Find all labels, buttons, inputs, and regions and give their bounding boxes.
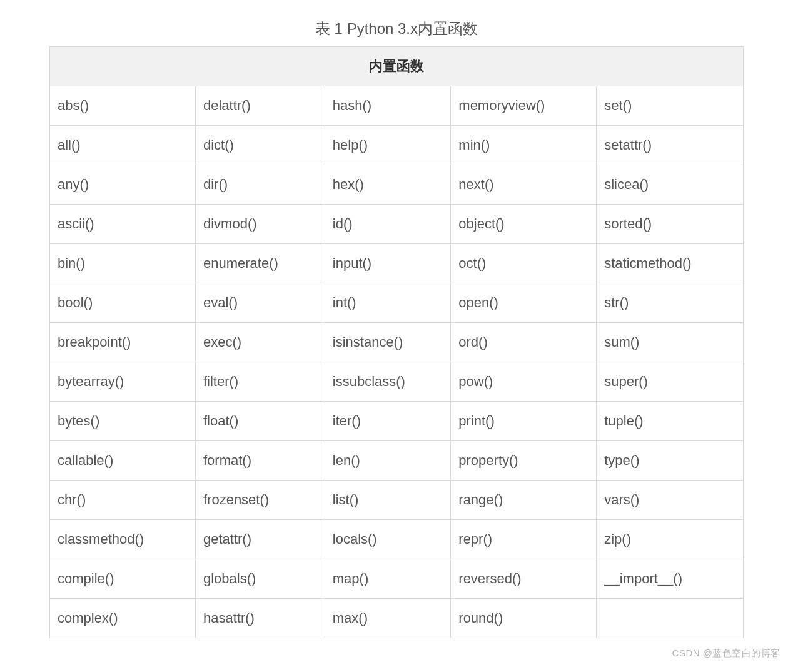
table-cell: iter()	[325, 402, 451, 441]
table-cell: eval()	[195, 283, 325, 323]
table-row: chr()frozenset()list()range()vars()	[50, 481, 744, 520]
table-cell: dir()	[195, 165, 325, 205]
table-cell: divmod()	[195, 205, 325, 244]
table-cell: sorted()	[597, 205, 744, 244]
table-cell: __import__()	[597, 559, 744, 599]
table-cell: filter()	[195, 362, 325, 402]
table-cell: dict()	[195, 126, 325, 165]
table-cell: all()	[50, 126, 196, 165]
table-cell: ord()	[451, 323, 597, 362]
table-row: abs()delattr()hash()memoryview()set()	[50, 86, 744, 126]
table-cell: float()	[195, 402, 325, 441]
table-header: 内置函数	[50, 47, 744, 86]
table-cell: list()	[325, 481, 451, 520]
table-cell: setattr()	[597, 126, 744, 165]
table-cell: len()	[325, 441, 451, 481]
table-cell: frozenset()	[195, 481, 325, 520]
table-cell: vars()	[597, 481, 744, 520]
table-cell: type()	[597, 441, 744, 481]
table-cell: max()	[325, 599, 451, 638]
table-cell: issubclass()	[325, 362, 451, 402]
table-cell: pow()	[451, 362, 597, 402]
table-row: bin()enumerate()input()oct()staticmethod…	[50, 244, 744, 283]
table-cell: range()	[451, 481, 597, 520]
table-cell: chr()	[50, 481, 196, 520]
table-cell: round()	[451, 599, 597, 638]
table-cell: map()	[325, 559, 451, 599]
table-cell: exec()	[195, 323, 325, 362]
table-cell: bytearray()	[50, 362, 196, 402]
table-row: compile()globals()map()reversed()__impor…	[50, 559, 744, 599]
table-cell: delattr()	[195, 86, 325, 126]
table-row: bytes()float()iter()print()tuple()	[50, 402, 744, 441]
table-cell	[597, 599, 744, 638]
table-cell: property()	[451, 441, 597, 481]
table-cell: open()	[451, 283, 597, 323]
table-cell: bytes()	[50, 402, 196, 441]
table-cell: complex()	[50, 599, 196, 638]
table-row: bool()eval()int()open()str()	[50, 283, 744, 323]
table-cell: zip()	[597, 520, 744, 559]
table-cell: object()	[451, 205, 597, 244]
table-cell: reversed()	[451, 559, 597, 599]
table-cell: slicea()	[597, 165, 744, 205]
table-cell: hasattr()	[195, 599, 325, 638]
table-cell: repr()	[451, 520, 597, 559]
table-cell: any()	[50, 165, 196, 205]
table-cell: int()	[325, 283, 451, 323]
table-cell: str()	[597, 283, 744, 323]
table-cell: getattr()	[195, 520, 325, 559]
table-cell: breakpoint()	[50, 323, 196, 362]
table-cell: id()	[325, 205, 451, 244]
table-cell: tuple()	[597, 402, 744, 441]
table-row: classmethod()getattr()locals()repr()zip(…	[50, 520, 744, 559]
table-row: all()dict()help()min()setattr()	[50, 126, 744, 165]
table-row: bytearray()filter()issubclass()pow()supe…	[50, 362, 744, 402]
table-cell: hash()	[325, 86, 451, 126]
table-cell: input()	[325, 244, 451, 283]
table-cell: min()	[451, 126, 597, 165]
table-row: any()dir()hex()next()slicea()	[50, 165, 744, 205]
table-cell: memoryview()	[451, 86, 597, 126]
table-cell: bin()	[50, 244, 196, 283]
table-cell: enumerate()	[195, 244, 325, 283]
table-cell: super()	[597, 362, 744, 402]
table-cell: ascii()	[50, 205, 196, 244]
table-row: complex()hasattr()max()round()	[50, 599, 744, 638]
table-cell: format()	[195, 441, 325, 481]
table-cell: locals()	[325, 520, 451, 559]
table-cell: set()	[597, 86, 744, 126]
table-cell: next()	[451, 165, 597, 205]
table-row: callable()format()len()property()type()	[50, 441, 744, 481]
table-cell: compile()	[50, 559, 196, 599]
table-cell: staticmethod()	[597, 244, 744, 283]
table-cell: classmethod()	[50, 520, 196, 559]
table-caption: 表 1 Python 3.x内置函数	[0, 19, 793, 39]
table-cell: print()	[451, 402, 597, 441]
table-body: abs()delattr()hash()memoryview()set()all…	[50, 86, 744, 638]
table-container: 内置函数 abs()delattr()hash()memoryview()set…	[49, 46, 744, 638]
table-cell: oct()	[451, 244, 597, 283]
table-cell: isinstance()	[325, 323, 451, 362]
table-cell: help()	[325, 126, 451, 165]
table-row: breakpoint()exec()isinstance()ord()sum()	[50, 323, 744, 362]
table-cell: hex()	[325, 165, 451, 205]
table-cell: sum()	[597, 323, 744, 362]
table-cell: bool()	[50, 283, 196, 323]
table-cell: callable()	[50, 441, 196, 481]
table-row: ascii()divmod()id()object()sorted()	[50, 205, 744, 244]
builtin-functions-table: 内置函数 abs()delattr()hash()memoryview()set…	[49, 46, 744, 638]
watermark-text: CSDN @蓝色空白的博客	[672, 648, 780, 659]
table-cell: globals()	[195, 559, 325, 599]
table-cell: abs()	[50, 86, 196, 126]
